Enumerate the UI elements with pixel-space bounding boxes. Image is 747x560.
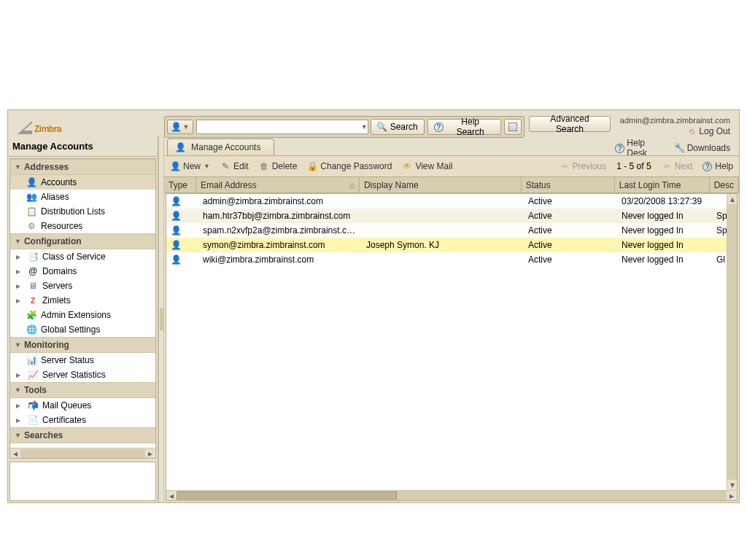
sidebar-tree-wrap: ▼Addresses👤Accounts👥Aliases📋Distribution… xyxy=(9,158,156,459)
sidebar-item-zimlets[interactable]: ▸ZZimlets xyxy=(10,293,155,308)
scroll-right-arrow-icon[interactable]: ▸ xyxy=(727,491,737,500)
col-desc[interactable]: Desc xyxy=(710,177,739,192)
grid-vscrollbar[interactable]: ▴ ▾ xyxy=(727,194,737,490)
change-password-button[interactable]: 🔒 Change Password xyxy=(307,161,392,171)
advanced-search-button[interactable]: Advanced Search xyxy=(529,116,611,132)
chevron-down-icon: ▼ xyxy=(15,163,21,171)
new-button[interactable]: 👤 New ▼ xyxy=(170,161,210,171)
ext-icon: 🧩 xyxy=(26,310,36,320)
next-button[interactable]: ➡ Next xyxy=(662,161,693,171)
sidebar-item-label: Zimlets xyxy=(42,295,71,306)
col-type[interactable]: Type xyxy=(164,177,196,192)
table-row[interactable]: 👤symon@zimbra.zimbrainst.comJoseph Symon… xyxy=(166,238,737,252)
alias-icon: 👥 xyxy=(26,192,36,202)
sidebar-item-accounts[interactable]: 👤Accounts xyxy=(10,175,155,190)
cell-status: Active xyxy=(524,196,617,206)
tree-section-header[interactable]: ▼Monitoring xyxy=(10,337,155,353)
sidebar-hscrollbar[interactable]: ◂ ▸ xyxy=(10,448,155,458)
user-links: ⎋ Log Out xyxy=(686,126,730,136)
sidebar-item-server-statistics[interactable]: ▸📈Server Statistics xyxy=(10,368,155,382)
cell-login: Never logged In xyxy=(617,211,712,221)
search-button[interactable]: 🔍 Search xyxy=(371,119,425,135)
sidebar-item-server-status[interactable]: 📊Server Status xyxy=(10,353,155,368)
scroll-down-arrow-icon[interactable]: ▾ xyxy=(727,480,737,490)
scroll-right-arrow-icon[interactable]: ▸ xyxy=(145,449,155,458)
scroll-left-arrow-icon[interactable]: ◂ xyxy=(166,491,177,500)
scroll-left-arrow-icon[interactable]: ◂ xyxy=(10,449,20,458)
help-icon: ? xyxy=(434,122,444,132)
help-search-label: Help Search xyxy=(446,117,495,137)
cell-email: wiki@zimbra.zimbrainst.com xyxy=(198,254,362,265)
col-email-label: Email Address xyxy=(201,180,257,190)
tree-section-label: Monitoring xyxy=(24,340,69,350)
logout-icon: ⎋ xyxy=(686,126,697,136)
sidebar-item-certificates[interactable]: ▸📄Certificates xyxy=(10,413,155,427)
cell-type: 👤 xyxy=(166,225,198,236)
scroll-track[interactable] xyxy=(727,204,737,480)
view-mail-label: View Mail xyxy=(415,161,452,171)
logout-label: Log Out xyxy=(699,126,730,136)
cell-login: 03/20/2008 13:27:39 xyxy=(617,196,712,206)
scroll-track[interactable] xyxy=(177,491,727,500)
col-display[interactable]: Display Name xyxy=(360,177,522,192)
tree-section-header[interactable]: ▼Tools xyxy=(10,382,155,398)
chevron-down-icon[interactable]: ▼ xyxy=(361,123,368,131)
search-type-dropdown[interactable]: 👤 ▼ xyxy=(167,120,193,134)
col-email[interactable]: Email Address△ xyxy=(196,177,360,192)
person-icon: 👤 xyxy=(175,142,185,152)
help-label: Help xyxy=(715,161,733,171)
col-status[interactable]: Status xyxy=(522,177,615,192)
res-icon: ⚙ xyxy=(26,221,36,231)
tree-section-header[interactable]: ▼Configuration xyxy=(10,233,155,249)
cell-type: 👤 xyxy=(166,196,198,206)
tab-manage-accounts[interactable]: 👤 Manage Accounts xyxy=(167,139,274,155)
cell-login: Never logged In xyxy=(617,225,712,236)
edit-button[interactable]: ✎ Edit xyxy=(220,161,249,171)
sidebar-tree[interactable]: ▼Addresses👤Accounts👥Aliases📋Distribution… xyxy=(10,159,155,448)
search-input[interactable] xyxy=(196,120,368,134)
tree-section-header[interactable]: ▼Searches xyxy=(10,427,155,443)
help-button[interactable]: ? Help xyxy=(703,161,733,171)
chevron-down-icon: ▼ xyxy=(182,123,189,131)
logout-link[interactable]: ⎋ Log Out xyxy=(686,126,730,136)
sidebar-item-class-of-service[interactable]: ▸📑Class of Service xyxy=(10,249,155,264)
help-search-button[interactable]: ? Help Search xyxy=(427,119,501,135)
queue-icon: 📬 xyxy=(28,400,38,411)
scroll-thumb[interactable] xyxy=(177,491,397,499)
sidebar-item-admin-extensions[interactable]: 🧩Admin Extensions xyxy=(10,308,155,322)
main: 👤 Manage Accounts 👤 New ▼ ✎ Edit 🗑 Delet… xyxy=(164,136,739,502)
table-row[interactable]: 👤admin@zimbra.zimbrainst.comActive03/20/… xyxy=(166,194,737,209)
cell-email: symon@zimbra.zimbrainst.com xyxy=(198,240,362,250)
sidebar-item-global-settings[interactable]: 🌐Global Settings xyxy=(10,322,155,337)
sidebar-item-aliases[interactable]: 👥Aliases xyxy=(10,190,155,204)
table-row[interactable]: 👤spam.n2xvfp2a@zimbra.zimbrainst.comActi… xyxy=(166,223,737,238)
view-mail-button[interactable]: 👁 View Mail xyxy=(402,161,452,171)
at-icon: @ xyxy=(28,266,38,276)
advanced-search-label: Advanced Search xyxy=(535,114,605,134)
tree-section-header[interactable]: ▼Addresses xyxy=(10,159,155,175)
grid-hscrollbar[interactable]: ◂ ▸ xyxy=(166,490,737,500)
grid-rows[interactable]: 👤admin@zimbra.zimbrainst.comActive03/20/… xyxy=(166,194,737,500)
table-row[interactable]: 👤ham.htr37bbj@zimbra.zimbrainst.comActiv… xyxy=(166,209,737,223)
sidebar-item-distribution-lists[interactable]: 📋Distribution Lists xyxy=(10,204,155,219)
cell-type: 👤 xyxy=(166,254,198,265)
sidebar-item-mail-queues[interactable]: ▸📬Mail Queues xyxy=(10,398,155,413)
sidebar-item-label: Resources xyxy=(41,221,82,231)
chevron-down-icon: ▼ xyxy=(204,163,210,170)
previous-label: Previous xyxy=(573,161,607,171)
col-login[interactable]: Last Login Time xyxy=(615,177,710,192)
delete-button[interactable]: 🗑 Delete xyxy=(259,161,298,171)
z-icon: Z xyxy=(28,295,38,306)
sidebar-item-servers[interactable]: ▸🖥Servers xyxy=(10,279,155,293)
page-range: 1 - 5 of 5 xyxy=(616,161,651,171)
save-search-button[interactable] xyxy=(504,119,522,135)
col-type-label: Type xyxy=(169,180,187,190)
mail-icon: 👁 xyxy=(402,161,412,171)
scroll-track[interactable] xyxy=(20,449,145,458)
sidebar-item-resources[interactable]: ⚙Resources xyxy=(10,219,155,233)
splitter[interactable] xyxy=(158,136,164,502)
scroll-up-arrow-icon[interactable]: ▴ xyxy=(727,194,737,204)
previous-button[interactable]: ⬅ Previous xyxy=(560,161,607,171)
table-row[interactable]: 👤wiki@zimbra.zimbrainst.comActiveNever l… xyxy=(166,252,737,267)
sidebar-item-domains[interactable]: ▸@Domains xyxy=(10,264,155,279)
